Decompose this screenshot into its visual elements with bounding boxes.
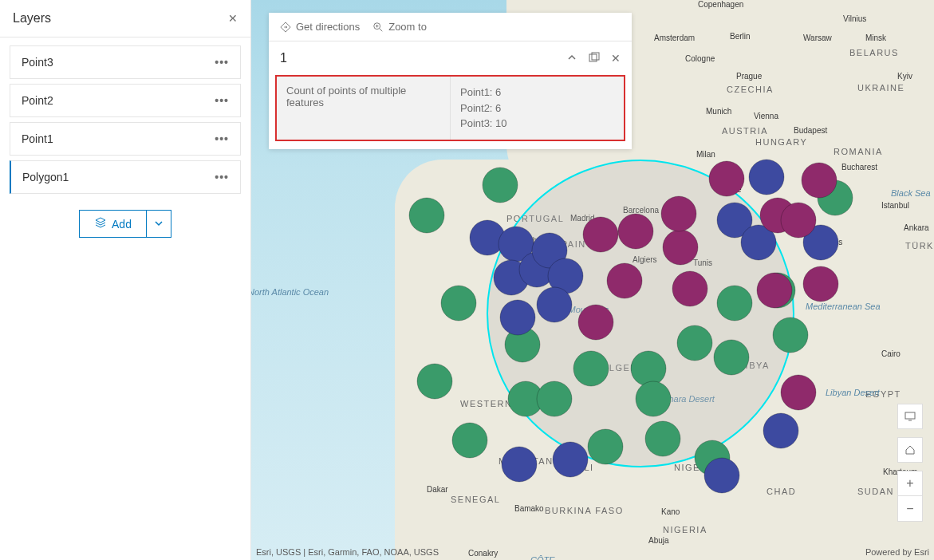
map-label: MALI bbox=[569, 463, 594, 472]
map-label: Kano bbox=[661, 507, 680, 516]
map-label: Cairo bbox=[881, 349, 901, 358]
map-label: North Atlantic Ocean bbox=[251, 287, 329, 297]
map-label: BURKINA FASO bbox=[545, 506, 624, 515]
attribute-key: Count of points of multiple features bbox=[277, 77, 451, 140]
svg-rect-1 bbox=[589, 54, 597, 61]
map-label: Vilnius bbox=[843, 14, 866, 23]
layer-list: Point3•••Point2•••Point1•••Polygon1••• bbox=[0, 37, 250, 199]
map-label: Dakar bbox=[427, 485, 448, 494]
map-label: Libyan Desert bbox=[826, 388, 880, 397]
map-label: Bucharest bbox=[841, 163, 877, 172]
map-label: NIGERIA bbox=[663, 525, 707, 534]
map-attribution: Esri, USGS | Esri, Garmin, FAO, NOAA, US… bbox=[256, 547, 439, 557]
dock-icon bbox=[589, 52, 600, 63]
map-label: Black Sea bbox=[891, 188, 931, 198]
feature-popup: Get directions Zoom to 1 ✕ Count of poin… bbox=[269, 13, 632, 149]
previous-feature-button[interactable] bbox=[566, 52, 577, 65]
map-label: SENEGAL bbox=[451, 495, 500, 504]
map-label: Conakry bbox=[468, 549, 498, 558]
map-label: Cologne bbox=[685, 54, 715, 63]
home-icon bbox=[904, 444, 916, 456]
map-label: CHAD bbox=[767, 487, 796, 496]
layer-item-point2[interactable]: Point2••• bbox=[10, 84, 241, 117]
popup-header: 1 ✕ bbox=[269, 41, 632, 75]
more-icon[interactable]: ••• bbox=[215, 56, 229, 69]
map-label: UKRAINE bbox=[857, 83, 904, 93]
map-label: Abuja bbox=[648, 536, 669, 545]
map-label: Ankara bbox=[904, 223, 929, 232]
zoom-out-button[interactable]: − bbox=[897, 496, 923, 522]
attribute-value-line: Point2: 6 bbox=[460, 101, 614, 116]
map-attribution-right: Powered by Esri bbox=[865, 547, 929, 557]
popup-actions: ✕ bbox=[566, 52, 621, 65]
chevron-up-icon bbox=[566, 52, 577, 63]
map-label: Vienna bbox=[754, 112, 778, 120]
zoom-icon bbox=[372, 22, 384, 33]
map-label: Kyiv bbox=[897, 72, 912, 81]
more-icon[interactable]: ••• bbox=[215, 94, 229, 107]
svg-rect-2 bbox=[592, 53, 599, 60]
zoom-to-label: Zoom to bbox=[388, 21, 427, 33]
directions-icon bbox=[280, 22, 291, 33]
zoom-in-button[interactable]: + bbox=[897, 471, 923, 496]
map-label: SUDAN bbox=[857, 487, 894, 496]
map-label: Amsterdam bbox=[654, 34, 695, 42]
map-label: MAURITANIA bbox=[499, 456, 564, 466]
layer-item-point3[interactable]: Point3••• bbox=[10, 45, 241, 79]
dock-button[interactable] bbox=[589, 52, 600, 65]
get-directions-button[interactable]: Get directions bbox=[280, 21, 360, 33]
map-label: BELARUS bbox=[849, 48, 899, 57]
zoom-to-button[interactable]: Zoom to bbox=[372, 21, 427, 33]
map-label: ROMANIA bbox=[834, 147, 883, 156]
attribute-value-line: Point3: 10 bbox=[460, 116, 614, 132]
layer-name: Polygon1 bbox=[22, 171, 69, 183]
layer-item-polygon1[interactable]: Polygon1••• bbox=[10, 160, 241, 194]
more-icon[interactable]: ••• bbox=[215, 171, 229, 183]
layer-name: Point1 bbox=[22, 132, 53, 145]
monitor-icon bbox=[904, 410, 916, 423]
map-label: Munich bbox=[706, 107, 731, 116]
home-button[interactable] bbox=[897, 437, 923, 463]
add-layer-dropdown[interactable] bbox=[147, 210, 171, 238]
more-icon[interactable]: ••• bbox=[215, 132, 229, 145]
chevron-down-icon bbox=[155, 219, 163, 227]
close-icon[interactable]: ✕ bbox=[228, 12, 238, 25]
layer-name: Point3 bbox=[22, 56, 53, 69]
map-label: Minsk bbox=[865, 34, 886, 42]
basemap-button[interactable] bbox=[897, 404, 923, 429]
map-label: NIGER bbox=[674, 463, 707, 472]
attribute-value: Point1: 6Point2: 6Point3: 10 bbox=[451, 77, 624, 140]
map-label: Milan bbox=[696, 150, 715, 159]
selection-circle bbox=[487, 160, 794, 467]
popup-title: 1 bbox=[280, 51, 287, 65]
map-controls: + − bbox=[897, 404, 923, 522]
map-label: CÔTE bbox=[530, 555, 555, 560]
attribute-value-line: Point1: 6 bbox=[460, 85, 614, 101]
layers-icon bbox=[94, 216, 107, 231]
get-directions-label: Get directions bbox=[296, 21, 360, 33]
popup-toolbar: Get directions Zoom to bbox=[269, 13, 632, 41]
layers-panel: Layers ✕ Point3•••Point2•••Point1•••Poly… bbox=[0, 0, 251, 560]
add-layer-button[interactable]: Add bbox=[79, 210, 147, 238]
map-label: Mediterranean Sea bbox=[806, 302, 881, 311]
close-popup-button[interactable]: ✕ bbox=[611, 52, 621, 65]
attribute-row: Count of points of multiple features Poi… bbox=[277, 77, 624, 140]
map-label: Bamako bbox=[514, 504, 544, 513]
layers-title: Layers bbox=[13, 11, 51, 26]
add-layer-row: Add bbox=[0, 210, 250, 238]
map-label: AUSTRIA bbox=[722, 126, 768, 136]
map-label: Berlin bbox=[730, 32, 751, 41]
map-label: HUNGARY bbox=[755, 137, 807, 147]
map-label: Istanbul bbox=[881, 201, 909, 210]
map-label: TÜRKİYE bbox=[905, 241, 934, 250]
layers-header: Layers ✕ bbox=[0, 0, 250, 37]
layer-item-point1[interactable]: Point1••• bbox=[10, 122, 241, 156]
svg-rect-3 bbox=[905, 412, 915, 419]
layer-name: Point2 bbox=[22, 94, 53, 107]
add-layer-label: Add bbox=[112, 218, 132, 231]
map-label: Athens bbox=[818, 238, 842, 246]
map-label: Warsaw bbox=[803, 34, 832, 42]
map-canvas[interactable]: CopenhagenAmsterdamBerlinWarsawVilniusMi… bbox=[251, 0, 934, 560]
map-label: Prague bbox=[736, 72, 762, 81]
map-label: CZECHIA bbox=[727, 85, 774, 94]
